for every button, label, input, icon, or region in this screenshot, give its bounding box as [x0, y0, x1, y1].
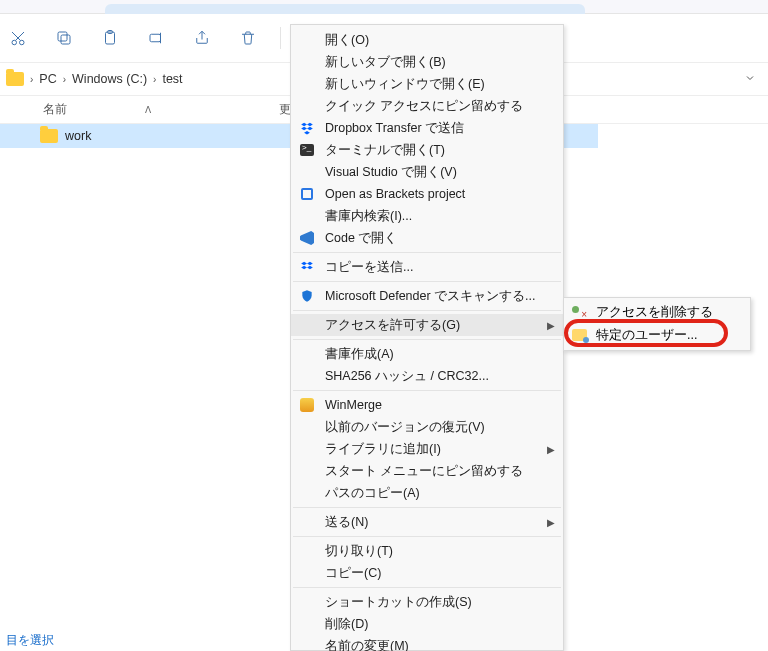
separator [280, 27, 281, 49]
breadcrumb-folder[interactable]: test [162, 72, 182, 86]
menu-pin-start[interactable]: スタート メニューにピン留めする [291, 460, 563, 482]
vscode-icon [299, 230, 315, 246]
status-text: 目を選択 [6, 632, 54, 649]
chevron-right-icon: ▶ [547, 517, 555, 528]
status-bar: 目を選択 [0, 629, 54, 651]
menu-grant-access[interactable]: アクセスを許可する(G) ▶ [291, 314, 563, 336]
menu-open-vscode[interactable]: Code で開く [291, 227, 563, 249]
menu-add-library[interactable]: ライブラリに追加(I) ▶ [291, 438, 563, 460]
submenu-grant-access: アクセスを削除する 特定のユーザー... [563, 297, 751, 351]
chevron-down-icon[interactable] [744, 72, 756, 87]
menu-separator [293, 310, 561, 311]
chevron-right-icon: › [153, 74, 156, 85]
svg-point-0 [12, 40, 17, 45]
menu-separator [293, 587, 561, 588]
menu-send-to[interactable]: 送る(N) ▶ [291, 511, 563, 533]
svg-point-1 [20, 40, 25, 45]
menu-create-shortcut[interactable]: ショートカットの作成(S) [291, 591, 563, 613]
specific-user-icon [571, 327, 587, 343]
menu-separator [293, 339, 561, 340]
menu-open-new-window[interactable]: 新しいウィンドウで開く(E) [291, 73, 563, 95]
share-icon[interactable] [192, 28, 212, 48]
submenu-specific-user[interactable]: 特定のユーザー... [564, 324, 750, 347]
submenu-remove-access[interactable]: アクセスを削除する [564, 301, 750, 324]
shield-icon [299, 288, 315, 304]
menu-open-visual-studio[interactable]: Visual Studio で開く(V) [291, 161, 563, 183]
rename-icon[interactable] [146, 28, 166, 48]
menu-winmerge[interactable]: WinMerge [291, 394, 563, 416]
menu-dropbox-transfer[interactable]: Dropbox Transfer で送信 [291, 117, 563, 139]
delete-icon[interactable] [238, 28, 258, 48]
breadcrumb-pc[interactable]: PC [39, 72, 56, 86]
sort-indicator-icon: ᐱ [145, 105, 151, 115]
menu-path-copy[interactable]: パスのコピー(A) [291, 482, 563, 504]
dropbox-icon [299, 120, 315, 136]
menu-sha256[interactable]: SHA256 ハッシュ / CRC32... [291, 365, 563, 387]
remove-user-icon [571, 304, 587, 320]
menu-create-archive[interactable]: 書庫作成(A) [291, 343, 563, 365]
brackets-icon [299, 186, 315, 202]
context-menu: 開く(O) 新しいタブで開く(B) 新しいウィンドウで開く(E) クイック アク… [290, 24, 564, 651]
copy-icon[interactable] [54, 28, 74, 48]
chevron-right-icon: ▶ [547, 444, 555, 455]
menu-restore-previous[interactable]: 以前のバージョンの復元(V) [291, 416, 563, 438]
cut-icon[interactable] [8, 28, 28, 48]
menu-open-terminal[interactable]: ターミナルで開く(T) [291, 139, 563, 161]
tab-strip [0, 0, 768, 14]
menu-cut[interactable]: 切り取り(T) [291, 540, 563, 562]
svg-rect-2 [61, 35, 70, 44]
menu-open[interactable]: 開く(O) [291, 29, 563, 51]
folder-icon [6, 72, 24, 86]
item-name: work [65, 129, 295, 143]
menu-archive-search[interactable]: 書庫内検索(I)... [291, 205, 563, 227]
paste-icon[interactable] [100, 28, 120, 48]
menu-separator [293, 252, 561, 253]
folder-icon [40, 129, 58, 143]
winmerge-icon [299, 397, 315, 413]
menu-separator [293, 281, 561, 282]
menu-send-copy[interactable]: コピーを送信... [291, 256, 563, 278]
column-name[interactable]: 名前 [43, 101, 67, 118]
chevron-right-icon: › [63, 74, 66, 85]
menu-separator [293, 507, 561, 508]
menu-copy[interactable]: コピー(C) [291, 562, 563, 584]
breadcrumb-drive[interactable]: Windows (C:) [72, 72, 147, 86]
chevron-right-icon: ▶ [547, 320, 555, 331]
svg-rect-6 [150, 34, 161, 42]
menu-pin-quick-access[interactable]: クイック アクセスにピン留めする [291, 95, 563, 117]
menu-open-brackets[interactable]: Open as Brackets project [291, 183, 563, 205]
menu-separator [293, 536, 561, 537]
svg-rect-3 [58, 32, 67, 41]
menu-separator [293, 390, 561, 391]
chevron-right-icon: › [30, 74, 33, 85]
terminal-icon [299, 142, 315, 158]
menu-defender-scan[interactable]: Microsoft Defender でスキャンする... [291, 285, 563, 307]
menu-delete[interactable]: 削除(D) [291, 613, 563, 635]
menu-open-new-tab[interactable]: 新しいタブで開く(B) [291, 51, 563, 73]
dropbox-icon [299, 259, 315, 275]
menu-rename[interactable]: 名前の変更(M) [291, 635, 563, 651]
